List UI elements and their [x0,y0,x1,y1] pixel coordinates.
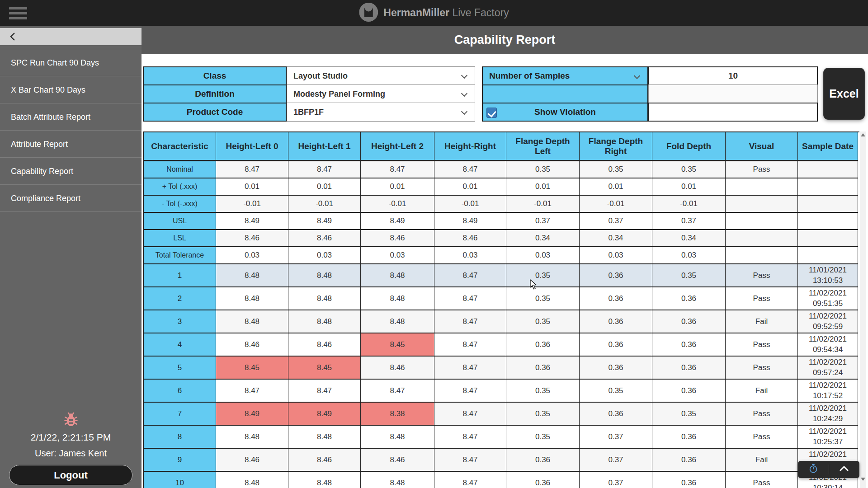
visual-cell: Pass [726,161,798,178]
violation-empty-value [648,103,818,122]
value-cell: -0.01 [652,196,726,213]
sidebar-item-spc-run-chart-90-days[interactable]: SPC Run Chart 90 Days [0,49,142,76]
vertical-scrollbar[interactable] [860,131,866,488]
visual-cell: Fail [726,310,798,333]
row-label-cell: 10 [144,472,216,488]
row-label-cell: Nominal [144,161,216,178]
value-cell: 0.36 [652,287,726,310]
visual-cell: Fail [726,380,798,403]
table-row-9[interactable]: 98.468.468.468.470.360.370.36Fail11/02/2… [144,449,859,472]
value-cell: 0.36 [580,310,652,333]
sidebar-item-x-bar-chart-90-days[interactable]: X Bar Chart 90 Days [0,76,142,103]
value-cell: 0.37 [580,472,652,488]
value-cell: 8.47 [434,333,506,357]
show-violation-cell: Show Violation [482,103,648,122]
chevron-down-icon [634,73,640,79]
value-cell: 8.48 [361,472,434,488]
value-cell: 0.03 [288,247,361,264]
violation-value-cell: 8.45 [216,357,288,380]
value-cell: 8.47 [434,287,506,310]
row-label-cell: 8 [144,426,216,449]
value-cell: 8.48 [361,310,434,333]
table-row-5[interactable]: 58.458.458.468.470.360.360.36Pass11/02/2… [144,357,859,380]
value-cell: 0.03 [652,247,726,264]
samples-dropdown[interactable]: Number of Samples [482,66,648,85]
sidebar-item-capability-report[interactable]: Capability Report [0,158,142,185]
sidebar-item-batch-attribute-report[interactable]: Batch Attribute Report [0,103,142,131]
value-cell: 8.48 [361,426,434,449]
sample-date-cell [798,196,858,213]
stopwatch-button[interactable] [802,461,825,478]
visual-cell: Pass [726,472,798,488]
value-cell: -0.01 [434,196,506,213]
excel-export-button[interactable]: Excel [824,68,864,119]
value-cell: 0.36 [580,403,652,426]
table-row-4[interactable]: 48.468.468.458.470.360.360.36Pass11/02/2… [144,333,859,357]
definition-dropdown[interactable]: Modesty Panel Forming [287,84,475,103]
column-header-fold-depth: Fold Depth [652,132,726,161]
samples-value-input[interactable]: 10 [648,66,818,85]
value-cell: 0.36 [652,333,726,357]
hamburger-menu-icon[interactable] [9,7,27,19]
table-row-7[interactable]: 78.498.498.388.470.350.360.35Pass11/02/2… [144,403,859,426]
column-header-flange-depth-right: Flange Depth Right [580,132,652,161]
row-label-cell: - Tol (-.xxx) [144,196,216,213]
value-cell: 8.47 [288,380,361,403]
definition-label: Definition [143,84,287,103]
show-violation-checkbox[interactable] [486,108,497,118]
value-cell: 0.01 [216,178,288,196]
value-cell: 0.36 [506,472,580,488]
scroll-up-icon[interactable] [861,133,865,136]
value-cell: 0.36 [652,357,726,380]
row-label-cell: 7 [144,403,216,426]
violation-value-cell: 8.45 [361,333,434,357]
value-cell: 8.48 [216,287,288,310]
bug-icon [0,412,142,427]
visual-cell [726,196,798,213]
value-cell: 0.37 [506,213,580,230]
table-row-3[interactable]: 38.488.488.488.470.350.360.36Fail11/02/2… [144,310,859,333]
sidebar-item-compliance-report[interactable]: Compliance Report [0,185,142,212]
visual-cell: Pass [726,333,798,357]
value-cell: 0.35 [506,310,580,333]
product-code-dropdown[interactable]: 1BFP1F [287,103,475,122]
column-header-sample-date: Sample Date [798,132,858,161]
logout-button[interactable]: Logout [9,465,132,485]
sample-date-cell: 11/02/202109:57:24 [798,357,858,380]
visual-cell [726,247,798,264]
sidebar-collapse-button[interactable] [0,28,142,45]
sample-date-cell: 11/02/202110:17:52 [798,380,858,403]
app: HermanMiller Live Factory SPC Run Chart … [0,0,868,488]
row-label-cell: + Tol (.xxx) [144,178,216,196]
chevron-down-icon [461,90,467,97]
chevron-up-icon [840,465,849,474]
value-cell: 8.49 [434,213,506,230]
filter-empty-value [648,84,818,103]
visual-cell: Pass [726,403,798,426]
top-header-bar: HermanMiller Live Factory [0,0,868,26]
chevron-down-icon [461,108,467,115]
value-cell: 8.47 [288,161,361,178]
value-cell: -0.01 [361,196,434,213]
value-cell: 8.48 [288,426,361,449]
class-dropdown[interactable]: Layout Studio [287,66,475,85]
value-cell: 0.35 [580,380,652,403]
brand: HermanMiller Live Factory [359,0,509,26]
sidebar-item-attribute-report[interactable]: Attribute Report [0,131,142,158]
collapse-widget-button[interactable] [833,461,855,478]
table-row-8[interactable]: 88.488.488.488.470.350.370.36Pass11/02/2… [144,426,859,449]
visual-cell: Pass [726,426,798,449]
sample-date-cell: 11/01/202113:10:53 [798,264,858,287]
report-table-header: CharacteristicHeight-Left 0Height-Left 1… [144,132,859,161]
table-row-2[interactable]: 28.488.488.488.470.350.360.36Pass11/02/2… [144,287,859,310]
scroll-down-icon[interactable] [861,478,865,481]
value-cell: -0.01 [288,196,361,213]
value-cell: 8.47 [216,161,288,178]
column-header-height-left-2: Height-Left 2 [361,132,434,161]
table-row-10[interactable]: 108.488.488.488.470.360.370.36Pass11/02/… [144,472,859,488]
table-row-lsl: LSL8.468.468.468.460.340.340.34 [144,230,859,247]
value-cell: 0.35 [506,403,580,426]
value-cell: 8.46 [361,449,434,472]
table-row-6[interactable]: 68.478.478.478.470.350.350.36Fail11/02/2… [144,380,859,403]
table-row-1[interactable]: 18.488.488.488.470.350.360.35Pass11/01/2… [144,264,859,287]
